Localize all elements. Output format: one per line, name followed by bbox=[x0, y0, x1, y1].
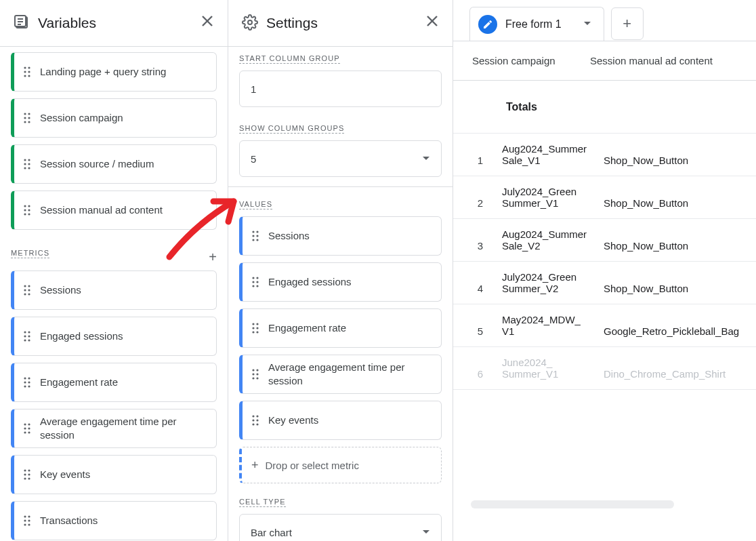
chip-label: Sessions bbox=[40, 283, 81, 297]
chevron-down-icon[interactable] bbox=[583, 19, 591, 30]
col-header-campaign[interactable]: Session campaign bbox=[472, 55, 590, 66]
metric-chip[interactable]: Transactions bbox=[11, 501, 217, 540]
row-index: 4 bbox=[453, 262, 495, 304]
row-index: 2 bbox=[453, 176, 495, 219]
svg-point-17 bbox=[24, 121, 26, 123]
drag-handle-icon[interactable] bbox=[24, 159, 30, 169]
row-index: 6 bbox=[453, 347, 495, 390]
cell-campaign: July2024_​Green​Summer_​V2 bbox=[495, 262, 597, 304]
tab-free-form[interactable]: Free form 1 bbox=[469, 7, 604, 41]
variables-panel: Variables Landing page + query stringSes… bbox=[0, 0, 228, 541]
metric-chip[interactable]: Key events bbox=[11, 455, 217, 494]
table-row[interactable]: 6June2024_​Summer_​V1Dino_​Chrome_​Camp_… bbox=[453, 347, 756, 390]
show-column-groups-label: SHOW COLUMN GROUPS bbox=[239, 124, 344, 134]
values-dropzone[interactable]: + Drop or select metric bbox=[239, 447, 442, 483]
metrics-section-header: METRICS + bbox=[11, 249, 217, 265]
add-tab-button[interactable]: + bbox=[611, 7, 644, 40]
show-column-groups-select[interactable]: 5 bbox=[239, 140, 442, 177]
table-row[interactable]: 5May2024_​MDW_​V1Google_​Retro_​Pickleba… bbox=[453, 304, 756, 347]
svg-point-11 bbox=[24, 75, 26, 77]
settings-title: Settings bbox=[266, 15, 318, 31]
cell-campaign: Aug2024_​Summer​Sale_​V2 bbox=[495, 219, 597, 262]
drag-handle-icon[interactable] bbox=[252, 323, 259, 334]
table-row[interactable]: 1Aug2024_​Summer​Sale_​V1Shop_​Now_​Butt… bbox=[453, 134, 756, 176]
svg-point-98 bbox=[252, 423, 254, 425]
value-chip[interactable]: Average engagement time per session bbox=[239, 355, 442, 394]
add-metric-button[interactable]: + bbox=[209, 249, 217, 265]
dimension-chip[interactable]: Landing page + query string bbox=[11, 52, 217, 92]
cell-ad-content: Shop_​Now_​Button bbox=[597, 176, 756, 219]
report-panel: Free form 1 + Session campaign Session m… bbox=[453, 0, 756, 541]
svg-point-78 bbox=[252, 281, 254, 283]
row-index: 1 bbox=[453, 134, 495, 176]
value-chip[interactable]: Engagement rate bbox=[239, 308, 442, 348]
drag-handle-icon[interactable] bbox=[252, 277, 259, 287]
svg-point-31 bbox=[24, 285, 26, 287]
start-column-group-label: START COLUMN GROUP bbox=[239, 54, 340, 64]
drag-handle-icon[interactable] bbox=[252, 231, 259, 241]
drag-handle-icon[interactable] bbox=[252, 415, 259, 426]
show-column-groups-value: 5 bbox=[251, 153, 256, 165]
svg-point-48 bbox=[28, 385, 30, 387]
close-icon[interactable] bbox=[425, 14, 439, 32]
dimension-chip[interactable]: Session campaign bbox=[11, 98, 217, 138]
svg-point-60 bbox=[28, 477, 30, 479]
svg-point-33 bbox=[24, 289, 26, 291]
cell-type-select[interactable]: Bar chart bbox=[239, 514, 442, 541]
value-chip[interactable]: Engaged sessions bbox=[239, 262, 442, 302]
chip-label: Engagement rate bbox=[268, 321, 346, 335]
value-chip[interactable]: Sessions bbox=[239, 216, 442, 256]
close-icon[interactable] bbox=[201, 14, 214, 32]
table-row[interactable]: 2July2024_​Green​Summer_​V1Shop_​Now_​Bu… bbox=[453, 176, 756, 219]
svg-point-76 bbox=[252, 277, 254, 279]
cell-campaign: July2024_​Green​Summer_​V1 bbox=[495, 176, 597, 219]
plus-icon: + bbox=[251, 458, 259, 473]
dimension-chip[interactable]: Session source / medium bbox=[11, 144, 217, 184]
column-headers: Session campaign Session manual ad conte… bbox=[453, 41, 756, 81]
drag-handle-icon[interactable] bbox=[24, 377, 30, 388]
values-label: VALUES bbox=[239, 200, 272, 209]
drag-handle-icon[interactable] bbox=[252, 369, 259, 380]
start-column-group-input[interactable] bbox=[239, 71, 442, 107]
drag-handle-icon[interactable] bbox=[24, 285, 30, 296]
dropzone-text: Drop or select metric bbox=[266, 460, 359, 471]
svg-point-16 bbox=[28, 117, 30, 119]
horizontal-scrollbar[interactable] bbox=[471, 500, 674, 508]
svg-point-21 bbox=[24, 163, 26, 165]
report-tabs: Free form 1 + bbox=[453, 0, 756, 41]
col-header-ad-content[interactable]: Session manual ad content bbox=[590, 55, 756, 66]
chip-label: Average engagement time per session bbox=[268, 361, 432, 388]
svg-point-27 bbox=[24, 209, 26, 211]
svg-point-7 bbox=[24, 66, 26, 68]
drag-handle-icon[interactable] bbox=[24, 331, 30, 342]
svg-point-50 bbox=[28, 423, 30, 425]
dimension-chip[interactable]: Session manual ad content bbox=[11, 191, 217, 230]
metric-chip[interactable]: Engagement rate bbox=[11, 363, 217, 402]
svg-point-24 bbox=[28, 167, 30, 169]
drag-handle-icon[interactable] bbox=[24, 113, 30, 123]
chip-label: Session source / medium bbox=[40, 157, 154, 171]
row-index: 5 bbox=[453, 304, 495, 347]
svg-point-40 bbox=[28, 335, 30, 337]
cell-campaign: Aug2024_​Summer​Sale_​V1 bbox=[495, 134, 597, 176]
svg-point-29 bbox=[24, 213, 26, 215]
drag-handle-icon[interactable] bbox=[24, 66, 30, 77]
value-chip[interactable]: Key events bbox=[239, 401, 442, 440]
drag-handle-icon[interactable] bbox=[24, 515, 30, 526]
cell-campaign: June2024_​Summer_​V1 bbox=[495, 347, 597, 390]
drag-handle-icon[interactable] bbox=[24, 423, 30, 434]
table-row[interactable]: 4July2024_​Green​Summer_​V2Shop_​Now_​Bu… bbox=[453, 262, 756, 304]
svg-point-71 bbox=[256, 231, 258, 233]
svg-point-30 bbox=[28, 213, 30, 215]
drag-handle-icon[interactable] bbox=[24, 469, 30, 480]
svg-point-54 bbox=[28, 431, 30, 433]
metric-chip[interactable]: Sessions bbox=[11, 270, 217, 310]
metric-chip[interactable]: Engaged sessions bbox=[11, 317, 217, 356]
svg-point-53 bbox=[24, 431, 26, 433]
table-row[interactable]: 3Aug2024_​Summer​Sale_​V2Shop_​Now_​Butt… bbox=[453, 219, 756, 262]
metric-chip[interactable]: Average engagement time per session bbox=[11, 409, 217, 448]
svg-point-45 bbox=[24, 381, 26, 383]
drag-handle-icon[interactable] bbox=[24, 205, 30, 216]
svg-point-64 bbox=[28, 519, 30, 521]
svg-point-79 bbox=[256, 281, 258, 283]
